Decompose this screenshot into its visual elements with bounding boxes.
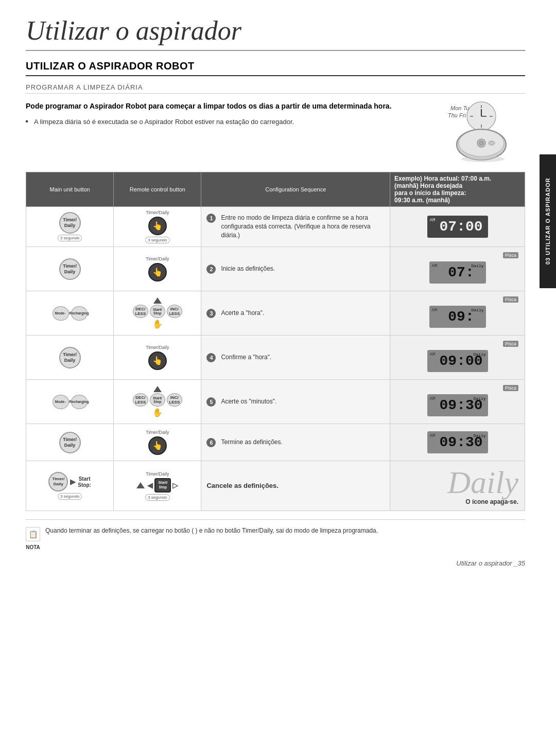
page-title: Utilizar o aspirador [26,15,525,51]
mode-btn-5: Mode·· [53,395,69,409]
remote-label-6: Timer/Daily [146,430,169,435]
table-row: Timer/Daily Timer/Daily 👆 [26,247,525,291]
footer-note-text: Quando terminar as definições, se carreg… [45,526,378,535]
remote-three-secs-1: 3 segundo [145,237,169,243]
th-config: Configuration Sequence [201,172,390,207]
three-secs-cancel-remote: 3 segundo [145,494,169,501]
hand-icon-3: ✋ [152,319,163,329]
cancel-step-cell: Cancele as definições. [201,461,390,511]
main-btn-cell-2: Timer/Daily [26,247,114,291]
main-btn-cell-1: Timer/Daily 3 segundo [26,207,114,247]
section-heading: UTILIZAR O ASPIRADOR ROBOT [26,60,525,76]
daily-large-text: Daily [447,466,518,498]
cancel-display-cell: Daily O ícone apaga-se. [390,461,525,511]
lcd-6: AM Daily 09:30 [427,431,488,453]
pisca-label-2: Pisca [503,252,518,258]
mode-row-3: Mode·· Recharging [30,306,109,321]
cancel-arrow-right-2: ▷ [172,481,178,489]
table-row: Mode·· Recharging DEC/LESS Start/Stop IN… [26,380,525,424]
timer-daily-cancel: Timer/Daily [48,472,68,491]
lcd-daily-5: Daily [474,396,486,401]
timer-daily-circle-2: Timer/Daily [59,258,81,280]
cancel-remote-row: ◀ Start/Stop ▷ [136,478,178,493]
step-num-6: 6 [206,438,216,447]
cancel-main-btn: Timer/Daily ▶ Start Stop: 3 segundo [30,472,109,500]
step-text-6: Termine as definições. [221,438,282,447]
icon-apaga-text: O ícone apaga-se. [465,498,518,505]
lcd-time-2: 07: [441,265,474,280]
nota-group: 📋 NOTA [26,526,40,551]
display-wrapper-1: AM 07:00 [394,212,520,242]
start-stop-3: Start/Stop [150,305,165,318]
step-text-3: Acerte a "hora". [221,309,264,318]
recharge-btn-3: Recharging [71,306,88,321]
start-stop-cancel-group: Start Stop: [78,476,91,488]
remote-circle-6: 👆 [148,436,167,455]
cancel-step-content: Cancele as definições. [206,481,385,490]
display-cell-4: Pisca AM Daily 09:00 [390,336,525,380]
pisca-label-3: Pisca [503,296,518,303]
recharge-btn-5: Recharging [71,395,88,409]
display-wrapper-6: AM Daily 09:30 [394,427,520,458]
display-wrapper-2: Pisca AM Daily 07: [394,250,520,288]
lcd-5: AM Daily 09:30 [427,394,488,416]
lcd-daily-2: Daily [472,263,484,268]
main-btn-cell-4: Timer/Daily [26,336,114,380]
nav-btn-left-3: DEC/LESS [133,305,148,318]
intro-text: Pode programar o Aspirador Robot para co… [26,101,432,127]
main-btn-1: Timer/Daily 3 segundo [58,212,82,241]
lcd-4: AM Daily 09:00 [427,350,488,372]
step-num-3: 3 [206,309,216,318]
main-table: Main unit button Remote control button C… [26,172,525,511]
step-content-2: 2 Inicie as definições. [206,265,385,274]
step-cell-1: 1 Entre no modo de limpeza diária e conf… [201,207,390,247]
main-btn-2: Timer/Daily [59,258,81,280]
cancel-step-text: Cancele as definições. [206,481,278,490]
main-btn-6: Timer/Daily [59,432,81,453]
intro-list-item: A limpeza diária só é executada se o Asp… [26,117,432,127]
intro-section: Pode programar o Aspirador Robot para co… [26,101,525,163]
timer-daily-circle-4: Timer/Daily [59,347,81,368]
lcd-time-3: 09: [441,309,474,325]
start-label-cancel: Start [79,476,91,482]
step-content-5: 5 Acerte os "minutos". [206,397,385,407]
nav-up-3 [153,297,162,304]
step-cell-5: 5 Acerte os "minutos". [201,380,390,424]
cancel-up-arrow [136,482,145,488]
cancel-main-btn-cell: Timer/Daily ▶ Start Stop: 3 segundo [26,461,114,511]
page-footer: Utilizar o aspirador _35 [26,559,525,567]
nota-label: NOTA [26,543,40,551]
cancel-arrow-right: ◀ [147,481,153,489]
step-content-3: 3 Acerte a "hora". [206,309,385,318]
mode-row-5: Mode·· Recharging [30,395,109,409]
pisca-label-4: Pisca [503,341,518,347]
display-cell-1: AM 07:00 [390,207,525,247]
display-cell-2: Pisca AM Daily 07: [390,247,525,291]
th-display: Exemplo) Hora actual: 07:00 a.m.(manhã) … [390,172,525,207]
main-btn-4: Timer/Daily [59,347,81,368]
nav-row-5: DEC/LESS Start/Stop INC/LESS [133,393,182,407]
step-text-2: Inicie as definições. [221,265,275,273]
lcd-daily-6: Daily [474,433,486,438]
table-row-cancel: Timer/Daily ▶ Start Stop: 3 segundo [26,461,525,511]
display-cell-5: Pisca AM Daily 09:30 [390,380,525,424]
step-cell-4: 4 Confirme a "hora". [201,336,390,380]
cancel-remote-btn: Timer/Daily ◀ Start/Stop ▷ 3 segundo [118,471,197,501]
nota-icon: 📋 [26,527,40,541]
lcd-am-3: AM [432,308,438,313]
svg-point-12 [479,141,483,145]
main-btn-cell-5: Mode·· Recharging [26,380,114,424]
remote-btn-cell-4: Timer/Daily 👆 [114,336,201,380]
lcd-am-5: AM [430,396,436,401]
robot-svg: Mon Tue Wed Thu Fri Sat Sun~ [443,101,525,163]
lcd-am-6: AM [430,433,436,438]
remote-group-2: Timer/Daily 👆 [118,256,197,282]
nav-up-5 [153,386,162,392]
mode-btn-3: Mode·· [53,306,69,321]
remote-btn-cell-1: Timer/Daily 👆 3 segundo [114,207,201,247]
remote-label-4: Timer/Daily [146,345,169,350]
cancel-remote-label: Timer/Daily [146,471,169,477]
remote-circle-1: 👆 [148,217,167,235]
lcd-time-1: 07:00 [432,219,483,235]
remote-group-4: Timer/Daily 👆 [118,345,197,370]
